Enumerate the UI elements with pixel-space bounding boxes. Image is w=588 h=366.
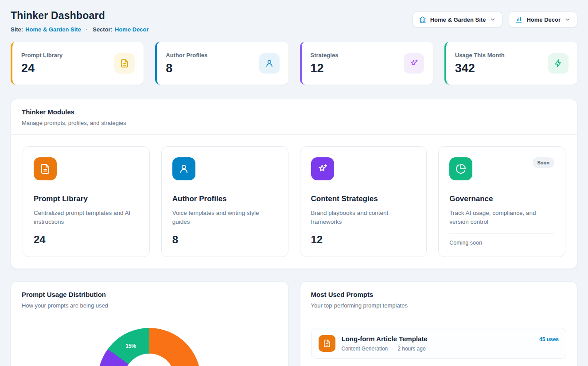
module-title: Prompt Library bbox=[34, 195, 139, 203]
site-sector-breadcrumb: Site: Home & Garden Site · Sector: Home … bbox=[11, 26, 149, 33]
document-icon bbox=[319, 335, 335, 352]
donut-hole bbox=[124, 354, 175, 366]
module-count: 8 bbox=[172, 234, 277, 246]
lightning-icon bbox=[548, 53, 569, 74]
module-title: Content Strategies bbox=[311, 195, 416, 203]
site-selector-dropdown[interactable]: Home & Garden Site bbox=[413, 12, 503, 27]
prompt-category: Content Generation bbox=[342, 346, 388, 352]
stat-text: Usage This Month 342 bbox=[455, 52, 505, 74]
modules-grid: Prompt Library Centralized prompt templa… bbox=[11, 135, 577, 269]
site-selector-label: Home & Garden Site bbox=[430, 16, 486, 23]
module-title: Governance bbox=[449, 195, 554, 203]
prompt-usage-panel: Prompt Usage Distribution How your promp… bbox=[11, 281, 288, 366]
stat-value: 24 bbox=[21, 62, 62, 74]
stat-text: Author Profiles 8 bbox=[166, 52, 207, 74]
module-description: Centralized prompt templates and AI inst… bbox=[34, 209, 139, 227]
page-title: Thinker Dashboard bbox=[11, 10, 149, 22]
dashboard-page: Thinker Dashboard Site: Home & Garden Si… bbox=[0, 0, 588, 366]
stat-text: Prompt Library 24 bbox=[21, 52, 62, 74]
modules-panel-header: Thinker Modules Manage prompts, profiles… bbox=[11, 99, 577, 135]
most-used-panel-header: Most Used Prompts Your top-performing pr… bbox=[300, 282, 577, 317]
donut-chart-area: 15% bbox=[11, 317, 288, 366]
prompt-title: Long-form Article Template bbox=[342, 335, 533, 343]
module-count: 24 bbox=[34, 234, 139, 246]
sparkle-star-icon bbox=[311, 157, 334, 180]
stat-card-prompt-library: Prompt Library 24 bbox=[11, 42, 144, 85]
sparkle-star-icon bbox=[404, 53, 424, 74]
building-icon bbox=[419, 16, 426, 23]
module-card-author-profiles[interactable]: Author Profiles Voice templates and writ… bbox=[161, 146, 288, 257]
stat-label: Usage This Month bbox=[455, 52, 505, 58]
module-title: Author Profiles bbox=[172, 195, 277, 203]
module-card-content-strategies[interactable]: Content Strategies Brand playbooks and c… bbox=[300, 146, 427, 257]
soon-badge: Soon bbox=[533, 157, 555, 168]
module-description: Voice templates and writing style guides bbox=[172, 209, 277, 227]
module-divider bbox=[449, 233, 554, 234]
stat-label: Author Profiles bbox=[166, 52, 207, 58]
document-icon bbox=[114, 53, 135, 74]
module-count: 12 bbox=[311, 234, 416, 246]
module-card-prompt-library[interactable]: Prompt Library Centralized prompt templa… bbox=[23, 146, 150, 257]
donut-label: 15% bbox=[125, 343, 136, 349]
stat-card-usage: Usage This Month 342 bbox=[444, 42, 577, 85]
stat-label: Strategies bbox=[311, 52, 339, 58]
site-label: Site: bbox=[11, 26, 23, 33]
coming-soon-label: Coming soon bbox=[449, 240, 554, 246]
stat-card-strategies: Strategies 12 bbox=[300, 42, 433, 85]
module-card-governance[interactable]: Soon Governance Track AI usage, complian… bbox=[438, 146, 565, 257]
header-left: Thinker Dashboard Site: Home & Garden Si… bbox=[11, 8, 149, 33]
thinker-modules-panel: Thinker Modules Manage prompts, profiles… bbox=[11, 99, 577, 269]
stat-card-author-profiles: Author Profiles 8 bbox=[155, 42, 288, 85]
stat-value: 8 bbox=[166, 62, 207, 74]
sector-selector-label: Home Decor bbox=[526, 16, 561, 23]
pie-chart-icon bbox=[449, 157, 472, 180]
chevron-down-icon bbox=[490, 16, 496, 23]
stat-label: Prompt Library bbox=[21, 52, 62, 58]
usage-panel-subtitle: How your prompts are being used bbox=[22, 302, 277, 309]
bottom-row: Prompt Usage Distribution How your promp… bbox=[11, 281, 577, 366]
most-used-prompts-panel: Most Used Prompts Your top-performing pr… bbox=[300, 281, 578, 366]
list-item[interactable]: Long-form Article Template Content Gener… bbox=[311, 328, 567, 359]
module-top-row: Soon bbox=[449, 157, 554, 180]
module-description: Track AI usage, compliance, and version … bbox=[449, 209, 554, 227]
usage-panel-title: Prompt Usage Distribution bbox=[22, 291, 277, 298]
sector-selector-dropdown[interactable]: Home Decor bbox=[509, 12, 577, 27]
module-description: Brand playbooks and content frameworks bbox=[311, 209, 416, 227]
user-icon bbox=[259, 53, 280, 74]
usage-donut-chart: 15% bbox=[98, 328, 201, 366]
stat-value: 12 bbox=[311, 62, 339, 74]
prompt-list: Long-form Article Template Content Gener… bbox=[300, 317, 577, 366]
meta-separator: · bbox=[86, 26, 88, 33]
user-icon bbox=[172, 157, 195, 180]
stats-row: Prompt Library 24 Author Profiles 8 Stra… bbox=[11, 42, 577, 85]
stat-value: 342 bbox=[455, 62, 505, 74]
prompt-uses-badge: 45 uses bbox=[539, 335, 559, 343]
top-bar: Thinker Dashboard Site: Home & Garden Si… bbox=[11, 8, 577, 33]
meta-separator: · bbox=[392, 346, 393, 352]
usage-panel-header: Prompt Usage Distribution How your promp… bbox=[11, 282, 288, 317]
site-link[interactable]: Home & Garden Site bbox=[25, 26, 81, 33]
prompt-meta: Content Generation · 2 hours ago bbox=[342, 346, 533, 352]
sector-link[interactable]: Home Decor bbox=[115, 26, 149, 33]
document-icon bbox=[34, 157, 57, 180]
chevron-down-icon bbox=[565, 16, 571, 23]
sector-label: Sector: bbox=[93, 26, 113, 33]
prompt-info: Long-form Article Template Content Gener… bbox=[342, 335, 533, 352]
modules-panel-subtitle: Manage prompts, profiles, and strategies bbox=[22, 120, 566, 126]
header-selectors: Home & Garden Site Home Decor bbox=[413, 8, 577, 27]
stat-text: Strategies 12 bbox=[311, 52, 339, 74]
prompt-time: 2 hours ago bbox=[397, 346, 425, 352]
most-used-panel-subtitle: Your top-performing prompt templates bbox=[311, 302, 567, 309]
most-used-panel-title: Most Used Prompts bbox=[311, 291, 567, 298]
modules-panel-title: Thinker Modules bbox=[22, 108, 566, 116]
bar-chart-icon bbox=[515, 16, 522, 23]
